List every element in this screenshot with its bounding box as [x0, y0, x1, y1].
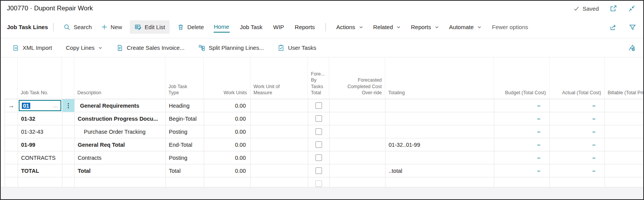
cell-job-task-type[interactable]: End-Total: [166, 138, 204, 151]
open-in-new-window-button[interactable]: [610, 5, 617, 12]
menu-related[interactable]: Related: [373, 24, 401, 30]
column-header-budget-total-cost[interactable]: Budget (Total Cost): [494, 57, 549, 99]
menu-reports[interactable]: Reports: [411, 24, 439, 30]
delete-button[interactable]: Delete: [177, 24, 204, 31]
cell-totaling[interactable]: [386, 151, 494, 164]
cell-job-task-type[interactable]: Total: [166, 164, 204, 177]
row-menu-button[interactable]: ⋮: [62, 99, 75, 112]
cell-totaling[interactable]: [386, 99, 494, 112]
cell-description[interactable]: Construction Progress Docu...: [75, 112, 166, 125]
cell-job-task-no[interactable]: 01-32: [18, 112, 62, 125]
cell-job-task-no[interactable]: CONTRACTS: [18, 151, 62, 164]
cell-work-unit-of-measure[interactable]: [251, 112, 308, 125]
column-header-job-task-no[interactable]: Job Task No.: [18, 57, 62, 99]
column-header-fore-by-tasks-total[interactable]: Fore... By Tasks Total: [308, 57, 329, 99]
cell-job-task-no[interactable]: 01-99: [18, 138, 62, 151]
filter-button[interactable]: [629, 23, 636, 31]
cell-totaling[interactable]: ..total: [386, 164, 494, 177]
checkbox[interactable]: [315, 141, 322, 148]
cell-billable-total-price[interactable]: [605, 151, 644, 164]
cell-row-menu[interactable]: [62, 138, 75, 151]
cell-budget-total-cost-link[interactable]: –: [494, 112, 550, 125]
cell-job-task-no[interactable]: 01-32-43: [18, 125, 62, 138]
cell-description[interactable]: General Req Total: [75, 138, 166, 151]
cell-budget-total-cost-link[interactable]: –: [494, 151, 550, 164]
cell-actual-total-cost-link[interactable]: –: [550, 138, 605, 151]
cell-work-units[interactable]: 0.00: [204, 151, 251, 164]
split-planning-lines-button[interactable]: Split Planning Lines...: [198, 44, 264, 51]
cell-job-task-no[interactable]: 01 ...: [18, 99, 62, 112]
menu-actions[interactable]: Actions: [336, 24, 363, 30]
column-header-work-unit-of-measure[interactable]: Work Unit of Measure: [250, 57, 308, 99]
cell-row-menu[interactable]: [62, 112, 75, 125]
cell-work-unit-of-measure[interactable]: [251, 151, 308, 164]
cell-budget-total-cost-link[interactable]: –: [494, 99, 550, 112]
cell-forecasted-override[interactable]: [330, 125, 386, 138]
cell-work-units[interactable]: 0.00: [204, 99, 251, 112]
job-task-no-editor[interactable]: 01 ...: [19, 100, 61, 111]
column-header-forecasted-completed-cost-override[interactable]: Forecasted Completed Cost Over-ride: [329, 57, 385, 99]
edit-list-button[interactable]: Edit List: [130, 20, 170, 34]
cell-job-task-type[interactable]: Posting: [166, 125, 204, 138]
cell-billable-total-price[interactable]: [605, 164, 644, 177]
cell-job-task-type[interactable]: Heading: [166, 99, 204, 112]
cell-budget-total-cost-link[interactable]: –: [494, 138, 550, 151]
tab-wip[interactable]: WIP: [273, 22, 284, 32]
cell-work-unit-of-measure[interactable]: [251, 125, 308, 138]
cell-work-units[interactable]: 0.00: [204, 138, 251, 151]
search-button[interactable]: Search: [64, 24, 92, 31]
cell-forecasted-override[interactable]: [330, 112, 386, 125]
column-header-work-units[interactable]: Work Units: [204, 57, 250, 99]
cell-billable-total-price[interactable]: [605, 138, 644, 151]
cell-forecasted-override[interactable]: [330, 138, 386, 151]
cell-description[interactable]: Contracts: [75, 151, 166, 164]
cell-forecasted-override[interactable]: [330, 151, 386, 164]
cell-forecasted-override[interactable]: [330, 164, 386, 177]
cell-description[interactable]: Purchase Order Tracking: [75, 125, 166, 138]
tab-home[interactable]: Home: [214, 21, 230, 33]
cell-description[interactable]: Total: [75, 164, 166, 177]
lookup-ellipsis-button[interactable]: ...: [53, 103, 58, 108]
cell-billable-total-price[interactable]: [605, 125, 644, 138]
tab-reports[interactable]: Reports: [294, 22, 315, 32]
new-button[interactable]: New: [101, 24, 122, 30]
cell-billable-total-price[interactable]: [605, 112, 644, 125]
column-header-job-task-type[interactable]: Job Task Type: [165, 57, 204, 99]
checkbox[interactable]: [315, 167, 322, 174]
share-button[interactable]: [610, 23, 617, 31]
cell-row-menu[interactable]: [62, 125, 75, 138]
cell-job-task-type[interactable]: Posting: [166, 151, 204, 164]
collapse-button[interactable]: [628, 5, 636, 12]
cell-actual-total-cost-link[interactable]: –: [550, 99, 605, 112]
cell-row-menu[interactable]: [62, 151, 75, 164]
cell-work-unit-of-measure[interactable]: [251, 99, 308, 112]
column-header-description[interactable]: Description: [74, 57, 165, 99]
cell-work-unit-of-measure[interactable]: [251, 138, 308, 151]
cell-work-unit-of-measure[interactable]: [251, 164, 308, 177]
cell-totaling[interactable]: [386, 125, 494, 138]
checkbox[interactable]: [315, 102, 322, 109]
unpin-button[interactable]: [628, 44, 636, 52]
fewer-options-button[interactable]: Fewer options: [492, 24, 528, 30]
checkbox[interactable]: [315, 128, 322, 135]
checkbox[interactable]: [315, 180, 322, 187]
tab-job-task[interactable]: Job Task: [240, 22, 263, 32]
checkbox[interactable]: [315, 154, 322, 161]
cell-work-units[interactable]: 0.00: [204, 125, 251, 138]
column-header-billable-total-price[interactable]: Billable (Total Pric: [605, 57, 644, 99]
cell-totaling[interactable]: [386, 112, 494, 125]
menu-automate[interactable]: Automate: [449, 24, 482, 30]
copy-lines-button[interactable]: Copy Lines: [66, 44, 103, 51]
xml-import-button[interactable]: XML Import: [12, 44, 52, 51]
cell-job-task-type[interactable]: Begin-Total: [166, 112, 204, 125]
cell-totaling[interactable]: 01-32..01-99: [386, 138, 494, 151]
cell-description[interactable]: General Requirements: [75, 99, 166, 112]
column-header-totaling[interactable]: Totaling: [385, 57, 494, 99]
column-header-actual-total-cost[interactable]: Actual (Total Cost): [549, 57, 605, 99]
cell-work-units[interactable]: 0.00: [204, 164, 251, 177]
cell-actual-total-cost-link[interactable]: –: [550, 125, 605, 138]
cell-forecasted-override[interactable]: [330, 99, 386, 112]
cell-billable-total-price[interactable]: [605, 99, 644, 112]
cell-budget-total-cost-link[interactable]: –: [494, 164, 550, 177]
cell-actual-total-cost-link[interactable]: –: [550, 112, 605, 125]
